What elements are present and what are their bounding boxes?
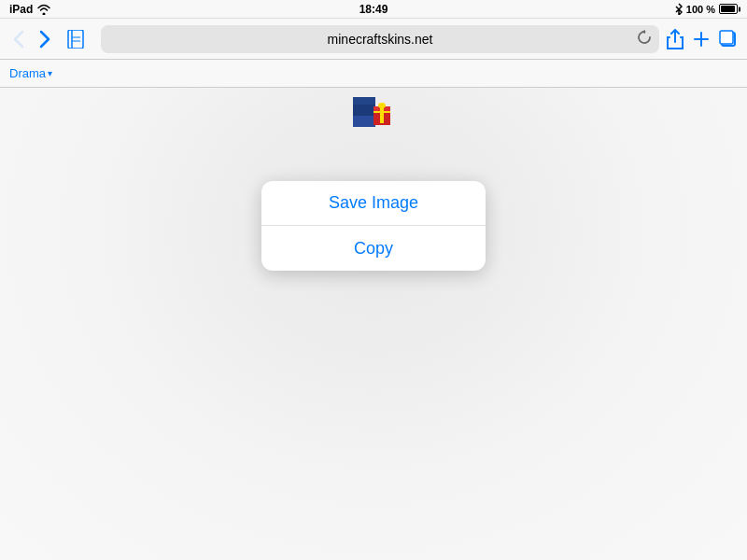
- tab-drama-label: Drama: [9, 66, 46, 80]
- image-thumbnail: [353, 97, 395, 139]
- svg-rect-1: [720, 31, 733, 44]
- reload-button[interactable]: [637, 30, 652, 49]
- status-left: iPad: [9, 3, 51, 16]
- battery-percent: 100 %: [686, 4, 715, 15]
- battery-icon: [719, 4, 738, 14]
- save-image-label: Save Image: [329, 193, 418, 213]
- status-right: 100 %: [675, 3, 738, 15]
- svg-rect-11: [353, 97, 364, 105]
- svg-point-10: [378, 103, 386, 108]
- address-bar[interactable]: minecraftskins.net: [101, 25, 659, 53]
- bookmarks-button[interactable]: [62, 26, 90, 52]
- tab-drama[interactable]: Drama ▾: [9, 66, 52, 80]
- wifi-icon: [36, 4, 51, 15]
- copy-label: Copy: [354, 239, 393, 259]
- back-icon: [13, 30, 24, 49]
- save-image-button[interactable]: Save Image: [261, 181, 486, 226]
- forward-icon: [39, 30, 50, 49]
- book-icon: [65, 30, 86, 49]
- bluetooth-icon: [675, 3, 683, 15]
- status-time: 18:49: [359, 3, 388, 16]
- add-icon: [693, 31, 710, 48]
- add-tab-button[interactable]: [693, 31, 710, 48]
- forward-button[interactable]: [35, 26, 54, 52]
- nav-bar: minecraftskins.net: [0, 19, 747, 60]
- tabs-button[interactable]: [719, 30, 738, 49]
- svg-rect-12: [364, 97, 375, 105]
- share-button[interactable]: [667, 29, 684, 49]
- tab-bar: Drama ▾: [0, 60, 747, 88]
- main-content: Save Image Copy: [0, 88, 747, 560]
- svg-rect-2: [353, 105, 364, 116]
- share-icon: [667, 29, 684, 49]
- tab-chevron-icon: ▾: [48, 68, 52, 78]
- back-button[interactable]: [9, 26, 28, 52]
- device-label: iPad: [9, 3, 33, 16]
- context-menu: Save Image Copy: [261, 181, 486, 271]
- status-bar: iPad 18:49 100 %: [0, 0, 747, 19]
- svg-rect-9: [374, 111, 390, 113]
- minecraft-image: [353, 97, 395, 134]
- svg-rect-4: [353, 116, 364, 127]
- copy-button[interactable]: Copy: [261, 226, 486, 271]
- reload-icon: [637, 30, 652, 45]
- battery-fill: [721, 6, 735, 12]
- tabs-icon: [719, 30, 738, 49]
- address-text: minecraftskins.net: [328, 32, 433, 47]
- nav-actions: [667, 29, 738, 49]
